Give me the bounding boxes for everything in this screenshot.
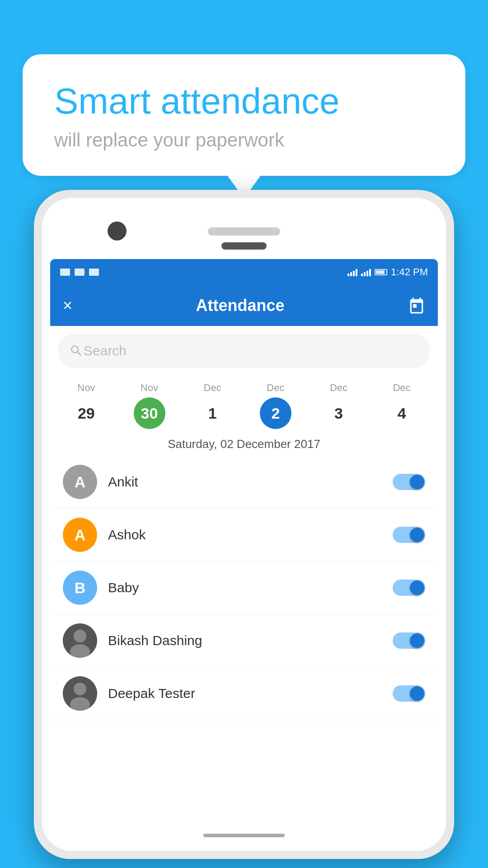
cal-date-number: 1 — [197, 397, 228, 429]
cal-day-1[interactable]: Dec1 — [181, 382, 244, 429]
phone-home-button — [221, 242, 267, 250]
avatar-bikash — [63, 623, 97, 658]
avatar-ankit: A — [63, 465, 97, 499]
search-bar[interactable]: Search — [58, 334, 430, 368]
attendance-toggle-ashok[interactable] — [393, 527, 425, 543]
cal-month-label: Dec — [393, 382, 411, 394]
app-bar-title: Attendance — [86, 296, 394, 315]
camera-icon — [75, 269, 84, 276]
svg-point-1 — [74, 630, 86, 642]
cal-day-2[interactable]: Dec2 — [244, 382, 307, 429]
youtube-icon — [60, 269, 70, 276]
cal-month-label: Dec — [330, 382, 347, 394]
cal-date-number: 4 — [386, 397, 418, 429]
avatar-baby: B — [63, 571, 97, 605]
phone-bottom-bar — [203, 834, 285, 837]
app-bar: × Attendance — [50, 285, 438, 326]
attendance-toggle-bikash[interactable] — [393, 632, 425, 649]
cal-month-label: Dec — [267, 382, 284, 394]
person-name-baby: Baby — [108, 580, 382, 595]
battery-icon — [375, 269, 387, 275]
attendance-toggle-baby[interactable] — [393, 580, 425, 596]
status-bar: 1:42 PM — [50, 259, 438, 285]
calendar-icon[interactable] — [408, 297, 425, 314]
cal-day-29[interactable]: Nov29 — [55, 382, 118, 429]
person-name-bikash: Bikash Dashing — [108, 633, 382, 648]
phone-speaker — [208, 227, 280, 236]
attendance-list: AAnkitAAshokBBaby Bikash Dashing Deepak … — [50, 456, 438, 720]
attendance-toggle-ankit[interactable] — [393, 474, 425, 490]
status-icons-left — [60, 269, 99, 276]
status-time: 1:42 PM — [391, 266, 428, 278]
cal-month-label: Nov — [141, 382, 158, 394]
attendance-item-ashok: AAshok — [50, 509, 438, 561]
attendance-item-baby: BBaby — [50, 561, 438, 614]
gallery-icon — [89, 269, 99, 276]
calendar-strip: Nov29Nov30Dec1Dec2Dec3Dec4 — [50, 376, 438, 429]
signal-icon-2 — [361, 268, 371, 276]
selected-date-label: Saturday, 02 December 2017 — [50, 429, 438, 456]
avatar-deepak — [63, 676, 97, 711]
person-name-ashok: Ashok — [108, 527, 382, 542]
attendance-toggle-deepak[interactable] — [393, 685, 425, 702]
cal-day-3[interactable]: Dec3 — [307, 382, 371, 429]
search-placeholder: Search — [84, 343, 127, 359]
cal-date-number: 29 — [70, 397, 102, 429]
person-name-ankit: Ankit — [108, 474, 382, 490]
cal-date-number: 3 — [323, 397, 355, 429]
person-name-deepak: Deepak Tester — [108, 686, 382, 701]
phone-frame: 1:42 PM × Attendance Search — [34, 190, 454, 859]
cal-date-number: 30 — [134, 397, 165, 429]
cal-month-label: Dec — [204, 382, 221, 394]
signal-icon — [347, 268, 357, 276]
close-button[interactable]: × — [63, 296, 72, 315]
phone-inner: 1:42 PM × Attendance Search — [42, 198, 446, 851]
avatar-ashok: A — [63, 518, 97, 552]
bubble-title: Smart attendance — [54, 81, 434, 121]
svg-point-4 — [74, 683, 86, 695]
bubble-subtitle: will replace your paperwork — [54, 129, 434, 151]
cal-day-30[interactable]: Nov30 — [118, 382, 181, 429]
screen: 1:42 PM × Attendance Search — [50, 259, 438, 797]
cal-month-label: Nov — [77, 382, 95, 394]
speech-bubble: Smart attendance will replace your paper… — [23, 54, 465, 176]
phone-camera — [108, 222, 127, 241]
attendance-item-bikash: Bikash Dashing — [50, 614, 438, 667]
cal-day-4[interactable]: Dec4 — [370, 382, 433, 429]
attendance-item-deepak: Deepak Tester — [50, 667, 438, 720]
status-icons-right: 1:42 PM — [347, 266, 428, 278]
attendance-item-ankit: AAnkit — [50, 456, 438, 509]
cal-date-number: 2 — [260, 397, 291, 429]
search-icon — [69, 344, 84, 358]
